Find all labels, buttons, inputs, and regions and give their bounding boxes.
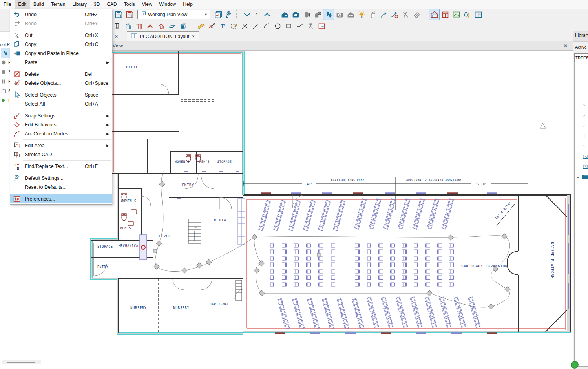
- seating-row[interactable]: [303, 200, 316, 231]
- cad-box-icon[interactable]: [283, 20, 294, 31]
- seating-row[interactable]: [395, 297, 408, 327]
- seating-row[interactable]: [354, 199, 367, 229]
- text-arrow-icon[interactable]: A: [206, 20, 217, 31]
- seating-row[interactable]: [412, 199, 425, 229]
- seating-row[interactable]: [322, 298, 334, 329]
- seating-row[interactable]: [369, 199, 381, 229]
- library-block-icon[interactable]: [575, 151, 588, 161]
- seating-row[interactable]: [288, 200, 301, 231]
- menu-window[interactable]: Window: [156, 0, 180, 9]
- seating-row[interactable]: [337, 298, 349, 329]
- seating-row[interactable]: [258, 200, 271, 231]
- toggle-patterns-icon[interactable]: [411, 9, 422, 20]
- perspective-camera-icon[interactable]: [290, 9, 301, 20]
- edit-handle-diamond[interactable]: [254, 268, 259, 273]
- seating-row[interactable]: [468, 297, 480, 327]
- railing-icon[interactable]: [133, 20, 144, 31]
- mouse-orbit-icon[interactable]: [301, 9, 312, 20]
- menu-item-edit-behaviors[interactable]: Edit Behaviors▶: [10, 120, 112, 129]
- menu-terrain[interactable]: Terrain: [47, 0, 69, 9]
- plumbing-electrical-icon[interactable]: [462, 9, 473, 20]
- north-triangle-marker[interactable]: [540, 123, 546, 128]
- display-options-icon[interactable]: [429, 9, 440, 20]
- seating-row[interactable]: [307, 298, 320, 329]
- dormer-icon[interactable]: [155, 20, 166, 31]
- seating-row[interactable]: [306, 243, 311, 287]
- library-tree-item[interactable]: ›: [575, 121, 588, 131]
- menu-view[interactable]: View: [139, 0, 156, 9]
- menu-item-find-replace-text[interactable]: Find/Replace Text...Ctrl+F: [10, 162, 112, 171]
- palette-horizontal-scrollbar[interactable]: [2, 360, 41, 364]
- ceiling-plane-icon[interactable]: [166, 20, 177, 31]
- seating-row[interactable]: [410, 297, 422, 327]
- seating-row[interactable]: [367, 243, 371, 287]
- seating-row[interactable]: [270, 243, 274, 287]
- library-tree-item[interactable]: ›: [575, 131, 588, 141]
- menu-item-copy-and-paste-in-place[interactable]: Copy and Paste in Place: [10, 49, 112, 58]
- seating-row[interactable]: [318, 243, 323, 287]
- seating-row[interactable]: [333, 200, 345, 231]
- menu-item-copy[interactable]: CopyCtrl+C: [10, 40, 112, 49]
- adjust-lights-icon[interactable]: [356, 9, 367, 20]
- edit-handle-square[interactable]: [317, 253, 320, 256]
- text-icon[interactable]: T: [217, 20, 228, 31]
- menu-item-stretch-cad[interactable]: Stretch CAD: [10, 150, 112, 159]
- close-icon[interactable]: ✕: [115, 34, 118, 39]
- menu-cad[interactable]: CAD: [103, 0, 120, 9]
- edit-handle-diamond[interactable]: [154, 264, 159, 269]
- seating-row[interactable]: [282, 243, 287, 287]
- menu-item-delete[interactable]: DeleteDel: [10, 69, 112, 79]
- menu-item-select-all[interactable]: Select AllCtrl+A: [10, 99, 112, 108]
- default-settings-wrench-icon[interactable]: [224, 9, 235, 20]
- seating-row[interactable]: [449, 243, 454, 287]
- library-tree-item[interactable]: ›: [575, 141, 588, 151]
- floor-up-icon[interactable]: [261, 9, 272, 20]
- seating-row[interactable]: [273, 200, 286, 231]
- edit-handle-diamond[interactable]: [206, 259, 212, 265]
- seating-row[interactable]: [318, 200, 331, 231]
- cad-arc-icon[interactable]: [261, 20, 272, 31]
- menu-item-preferences[interactable]: Preferences...~: [10, 194, 112, 203]
- library-block-icon[interactable]: [575, 161, 588, 172]
- seating-row[interactable]: [427, 199, 439, 229]
- menu-item-paste[interactable]: Paste▶: [10, 58, 112, 67]
- cabinet-tools-icon[interactable]: [440, 9, 451, 20]
- menu-3d[interactable]: 3D: [90, 0, 103, 9]
- seating-row[interactable]: [277, 298, 290, 329]
- cad-circle-icon[interactable]: [272, 20, 283, 31]
- final-view-icon[interactable]: [334, 9, 345, 20]
- toggle-shadows-icon[interactable]: [400, 9, 411, 20]
- menu-item-redo[interactable]: RedoCtrl+Y: [10, 19, 112, 28]
- seating-row[interactable]: [402, 243, 407, 287]
- seating-row[interactable]: [390, 243, 395, 287]
- 3d-box-icon[interactable]: [177, 20, 188, 31]
- doorway-arch-icon[interactable]: [122, 20, 133, 31]
- menu-item-snap-settings[interactable]: Snap Settings▶: [10, 111, 112, 120]
- library-tree-item[interactable]: ›: [575, 110, 588, 121]
- menu-build[interactable]: Build: [30, 0, 47, 9]
- seating-row[interactable]: [366, 297, 379, 327]
- menu-help[interactable]: Help: [179, 0, 196, 9]
- menu-item-undo[interactable]: UndoCtrl+Z: [10, 10, 112, 19]
- edit-handle-diamond[interactable]: [159, 181, 165, 187]
- menu-item-default-settings[interactable]: Default Settings...: [10, 174, 112, 183]
- seating-row[interactable]: [294, 243, 299, 287]
- seating-row[interactable]: [352, 298, 364, 329]
- menu-item-cut[interactable]: CutCtrl+X: [10, 31, 112, 40]
- close-icon[interactable]: ✕: [192, 34, 195, 39]
- roof-plane-icon[interactable]: [144, 20, 155, 31]
- edit-handle-square[interactable]: [153, 249, 157, 252]
- close-view-icon[interactable]: ✕: [564, 43, 568, 49]
- floor-down-icon[interactable]: [241, 9, 252, 20]
- doll-house-view-icon[interactable]: [345, 9, 356, 20]
- cad-detail-icon[interactable]: CAD: [316, 20, 327, 31]
- walkthrough-icon[interactable]: [323, 9, 334, 20]
- edit-handle-diamond[interactable]: [448, 235, 453, 240]
- seating-row[interactable]: [439, 297, 451, 327]
- cad-point-icon[interactable]: [239, 20, 250, 31]
- seating-row[interactable]: [424, 297, 437, 327]
- library-filter-input[interactable]: [574, 53, 588, 62]
- seating-row[interactable]: [437, 243, 442, 287]
- save-as-icon[interactable]: [124, 9, 135, 20]
- object-eyedropper-icon[interactable]: [389, 9, 400, 20]
